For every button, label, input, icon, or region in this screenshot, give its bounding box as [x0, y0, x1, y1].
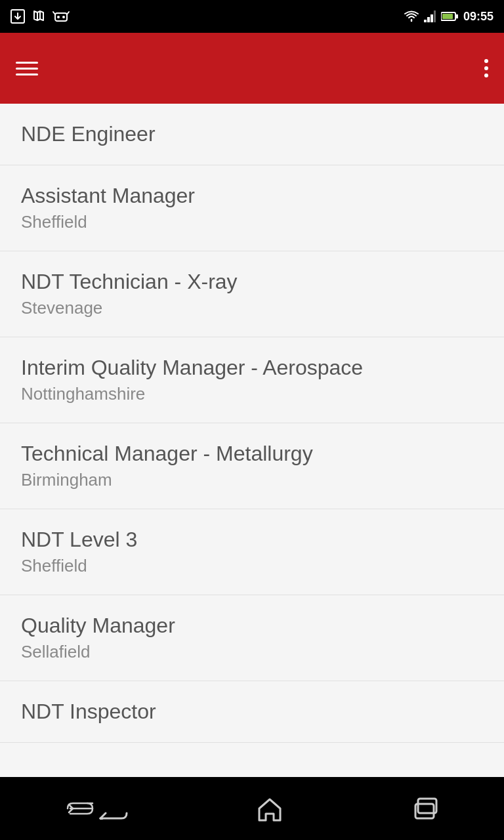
status-bar-left-icons: [10, 9, 70, 24]
job-title: NDT Level 3: [21, 528, 483, 552]
app-icon: [52, 9, 70, 24]
job-listings: NDE Engineer Assistant Manager Sheffield…: [0, 104, 504, 777]
job-location: Sheffield: [21, 212, 483, 232]
job-location: Sellafield: [21, 642, 483, 662]
status-bar: 09:55: [0, 0, 504, 33]
svg-rect-3: [55, 13, 67, 21]
more-options-button[interactable]: [484, 59, 488, 77]
job-title: Assistant Manager: [21, 184, 483, 208]
back-icon: [95, 797, 128, 820]
svg-marker-9: [434, 10, 436, 22]
list-item[interactable]: Assistant Manager Sheffield: [0, 165, 504, 251]
job-location: Sheffield: [21, 556, 483, 576]
job-location: Birmingham: [21, 470, 483, 490]
job-title: NDT Inspector: [21, 700, 483, 724]
navigation-bar: [0, 777, 504, 840]
status-bar-right-icons: 09:55: [404, 10, 494, 24]
svg-marker-8: [430, 14, 433, 22]
job-title: Technical Manager - Metallurgy: [21, 442, 483, 466]
maps-icon: [32, 9, 46, 24]
list-item[interactable]: NDT Level 3 Sheffield: [0, 509, 504, 595]
wifi-icon: [404, 10, 419, 22]
job-location: Nottinghamshire: [21, 384, 483, 404]
battery-icon: [441, 11, 458, 22]
home-icon: [255, 794, 284, 823]
svg-marker-7: [427, 17, 430, 22]
list-item[interactable]: NDE Engineer: [0, 104, 504, 165]
status-time: 09:55: [463, 10, 494, 24]
back-button[interactable]: [43, 786, 149, 831]
job-title: Interim Quality Manager - Aerospace: [21, 356, 483, 380]
job-title: NDE Engineer: [21, 122, 483, 146]
job-title: Quality Manager: [21, 614, 483, 638]
svg-point-4: [57, 16, 60, 18]
list-item[interactable]: NDT Technician - X-ray Stevenage: [0, 251, 504, 337]
recents-icon: [411, 796, 440, 821]
list-item[interactable]: Quality Manager Sellafield: [0, 595, 504, 681]
job-title: NDT Technician - X-ray: [21, 270, 483, 294]
list-item[interactable]: NDT Inspector: [0, 681, 504, 743]
job-location: Stevenage: [21, 298, 483, 318]
home-button[interactable]: [234, 784, 305, 833]
download-icon: [10, 9, 25, 24]
svg-point-5: [62, 16, 65, 18]
menu-button[interactable]: [16, 62, 38, 75]
signal-icon: [424, 10, 436, 22]
recents-button[interactable]: [390, 786, 461, 831]
list-item[interactable]: Technical Manager - Metallurgy Birmingha…: [0, 423, 504, 509]
app-bar: [0, 33, 504, 104]
list-item[interactable]: Interim Quality Manager - Aerospace Nott…: [0, 337, 504, 423]
svg-rect-11: [442, 14, 453, 19]
svg-marker-6: [424, 20, 427, 22]
